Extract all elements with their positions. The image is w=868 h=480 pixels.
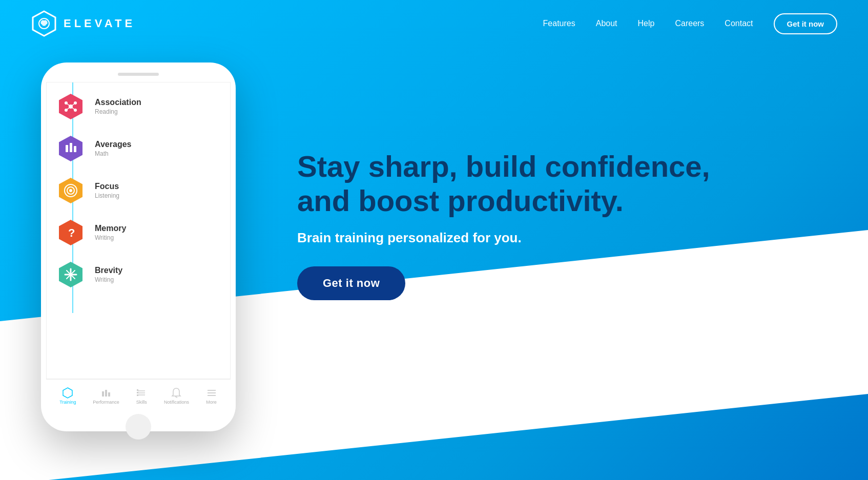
more-tab-icon <box>206 387 217 399</box>
logo-area: ELEVATE <box>31 10 135 37</box>
association-text: Association Reading <box>95 98 141 115</box>
nav-item-contact[interactable]: Contact <box>725 19 753 28</box>
memory-text: Memory Writing <box>95 224 126 241</box>
svg-rect-31 <box>137 389 138 391</box>
nav-item-about[interactable]: About <box>596 19 617 28</box>
svg-rect-14 <box>70 143 72 152</box>
brevity-name: Brevity <box>95 266 122 275</box>
focus-icon <box>57 177 85 204</box>
bottom-tab-training[interactable]: Training <box>59 387 76 405</box>
more-tab-label: More <box>206 400 217 405</box>
hero-headline: Stay sharp, build confidence, and boost … <box>297 150 837 218</box>
brand-name: ELEVATE <box>64 17 135 30</box>
skills-tab-label: Skills <box>136 400 147 405</box>
hero-section: ELEVATE Features About Help Careers Cont… <box>0 0 868 480</box>
focus-name: Focus <box>95 182 119 191</box>
phone-body: Association Reading <box>41 62 236 431</box>
svg-rect-15 <box>74 146 76 152</box>
timeline-item-brevity: Brevity Writing <box>57 261 220 288</box>
nav-link-about[interactable]: About <box>596 19 617 28</box>
svg-rect-32 <box>137 392 138 393</box>
svg-rect-29 <box>105 390 107 396</box>
skills-tab-icon <box>136 387 147 399</box>
averages-text: Averages Math <box>95 140 131 157</box>
phone-screen: Association Reading <box>46 82 231 379</box>
hero-headline-line1: Stay sharp, build confidence, <box>297 150 710 183</box>
memory-category: Writing <box>95 234 126 241</box>
association-name: Association <box>95 98 141 107</box>
nav-links: Features About Help Careers Contact Get … <box>543 13 837 34</box>
training-tab-label: Training <box>59 400 76 405</box>
timeline-item-focus: Focus Listening <box>57 177 220 204</box>
brevity-category: Writing <box>95 276 122 283</box>
navbar: ELEVATE Features About Help Careers Cont… <box>0 0 868 47</box>
svg-text:?: ? <box>68 226 75 239</box>
svg-point-19 <box>69 189 72 192</box>
svg-rect-30 <box>108 392 110 396</box>
hero-text-area: Stay sharp, build confidence, and boost … <box>266 68 837 300</box>
nav-item-help[interactable]: Help <box>638 19 655 28</box>
phone-notch <box>118 73 159 76</box>
bottom-tab-performance[interactable]: Performance <box>93 387 119 405</box>
timeline-item-averages: Averages Math <box>57 135 220 162</box>
nav-item-cta[interactable]: Get it now <box>774 13 838 34</box>
nav-item-careers[interactable]: Careers <box>675 19 704 28</box>
focus-category: Listening <box>95 192 119 199</box>
phone-bottom-bar: Training Performance <box>46 379 231 410</box>
timeline-item-association: Association Reading <box>57 93 220 120</box>
svg-line-34 <box>175 396 177 398</box>
nav-cta-button[interactable]: Get it now <box>774 13 838 34</box>
brevity-icon <box>57 261 85 288</box>
memory-icon: ? <box>57 219 85 246</box>
svg-rect-33 <box>137 394 138 396</box>
notifications-tab-icon <box>171 387 182 399</box>
association-icon <box>57 93 85 120</box>
hero-cta-button[interactable]: Get it now <box>297 266 405 300</box>
training-tab-icon <box>62 387 73 399</box>
averages-icon <box>57 135 85 162</box>
notifications-tab-label: Notifications <box>164 400 189 405</box>
hero-headline-line2: and boost productivity. <box>297 184 624 217</box>
svg-rect-28 <box>102 391 104 396</box>
phone-mockup: Association Reading <box>41 62 236 431</box>
timeline-item-memory: ? Memory Writing <box>57 219 220 246</box>
nav-item-features[interactable]: Features <box>543 19 575 28</box>
phone-timeline: Association Reading <box>47 82 230 313</box>
association-category: Reading <box>95 108 141 115</box>
averages-category: Math <box>95 150 131 157</box>
phone-home-button[interactable] <box>126 414 151 440</box>
bottom-tab-skills[interactable]: Skills <box>136 387 147 405</box>
nav-link-features[interactable]: Features <box>543 19 575 28</box>
svg-marker-27 <box>63 388 72 398</box>
performance-tab-label: Performance <box>93 400 119 405</box>
focus-text: Focus Listening <box>95 182 119 199</box>
hero-subline: Brain training personalized for you. <box>297 230 837 246</box>
svg-rect-13 <box>66 145 68 152</box>
memory-name: Memory <box>95 224 126 233</box>
bottom-tab-notifications[interactable]: Notifications <box>164 387 189 405</box>
performance-tab-icon <box>100 387 112 399</box>
nav-link-help[interactable]: Help <box>638 19 655 28</box>
nav-link-contact[interactable]: Contact <box>725 19 753 28</box>
hero-content: Association Reading <box>0 47 868 431</box>
brevity-text: Brevity Writing <box>95 266 122 283</box>
averages-name: Averages <box>95 140 131 149</box>
bottom-tab-more[interactable]: More <box>206 387 217 405</box>
logo-icon <box>31 10 57 37</box>
nav-link-careers[interactable]: Careers <box>675 19 704 28</box>
